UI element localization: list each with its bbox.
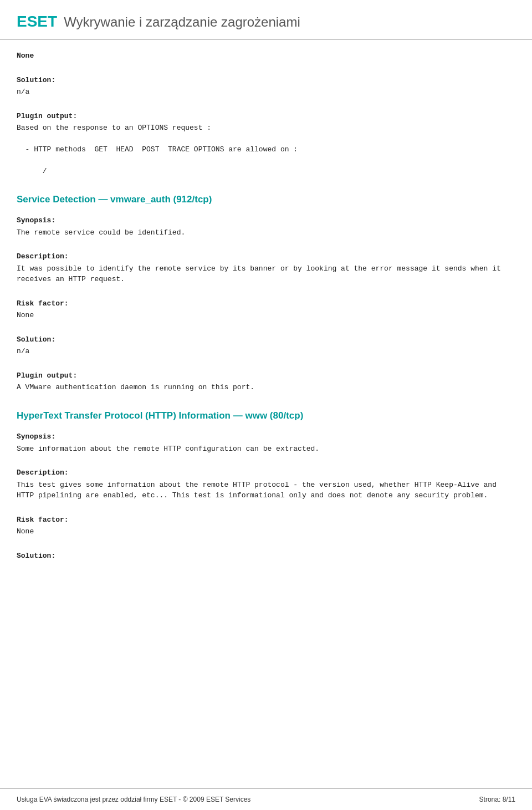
section3-risk: Risk factor: None (17, 514, 515, 537)
page-content: None Solution: n/a Plugin output: Based … (0, 50, 532, 619)
risk3-value: None (17, 526, 515, 537)
plugin-output-label-top: Plugin output: (17, 111, 515, 122)
description3-label: Description: (17, 467, 515, 478)
solution2-label: Solution: (17, 334, 515, 345)
page-footer: Usługa EVA świadczona jest przez oddział… (0, 788, 532, 810)
synopsis2-label: Synopsis: (17, 215, 515, 226)
section2-heading: Service Detection — vmware_auth (912/tcp… (17, 192, 515, 207)
section-solution-top: Solution: n/a (17, 75, 515, 98)
solution-label-top: Solution: (17, 75, 515, 86)
section3-synopsis: Synopsis: Some information about the rem… (17, 431, 515, 454)
solution-value-top: n/a (17, 86, 515, 98)
section-plugin-output-top: Plugin output: Based on the response to … (17, 111, 515, 177)
section2-risk: Risk factor: None (17, 298, 515, 321)
section2-solution: Solution: n/a (17, 334, 515, 357)
synopsis2-value: The remote service could be identified. (17, 227, 515, 238)
solution2-value: n/a (17, 346, 515, 357)
risk-factor-label-top: None (17, 50, 515, 62)
section2-description: Description: It was possible to identify… (17, 251, 515, 285)
page-title: Wykrywanie i zarządzanie zagrożeniami (64, 12, 300, 32)
section3-heading: HyperText Transfer Protocol (HTTP) Infor… (17, 409, 515, 423)
section2-plugin-output: Plugin output: A VMware authentication d… (17, 370, 515, 393)
plugin-output2-label: Plugin output: (17, 370, 515, 381)
footer-left-text: Usługa EVA świadczona jest przez oddział… (17, 794, 250, 804)
risk3-label: Risk factor: (17, 514, 515, 526)
description2-value: It was possible to identify the remote s… (17, 263, 515, 285)
description2-label: Description: (17, 251, 515, 262)
page-header: ESET Wykrywanie i zarządzanie zagrożenia… (0, 0, 532, 39)
description3-value: This test gives some information about t… (17, 480, 515, 501)
section-risk-none: None (17, 50, 515, 62)
section3-solution: Solution: (17, 551, 515, 562)
solution3-label: Solution: (17, 551, 515, 562)
plugin-output2-value: A VMware authentication daemon is runnin… (17, 382, 515, 393)
synopsis3-value: Some information about the remote HTTP c… (17, 444, 515, 455)
section2-synopsis: Synopsis: The remote service could be id… (17, 215, 515, 238)
section3-description: Description: This test gives some inform… (17, 467, 515, 501)
risk2-value: None (17, 310, 515, 321)
eset-logo: ESET (17, 10, 57, 33)
risk2-label: Risk factor: (17, 298, 515, 309)
synopsis3-label: Synopsis: (17, 431, 515, 442)
footer-right-text: Strona: 8/11 (479, 794, 515, 804)
plugin-output-value-top: Based on the response to an OPTIONS requ… (17, 123, 515, 177)
